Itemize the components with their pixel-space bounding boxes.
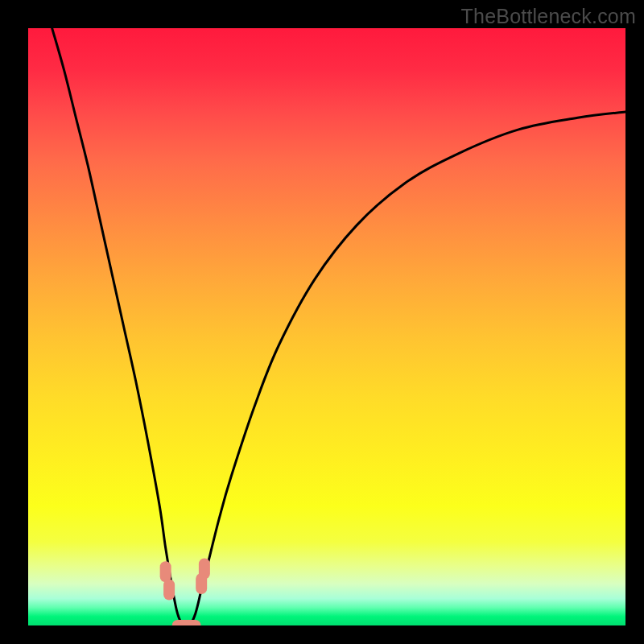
marker-bottom — [172, 620, 201, 625]
bottleneck-curve-svg — [28, 28, 625, 625]
plot-area — [28, 28, 625, 625]
watermark-text: TheBottleneck.com — [461, 5, 636, 28]
marker-left-lower — [163, 579, 175, 600]
bottleneck-curve — [52, 28, 625, 625]
marker-left-upper — [160, 561, 171, 582]
chart-frame: TheBottleneck.com — [0, 0, 644, 644]
marker-right-lower — [196, 573, 207, 594]
markers-group — [160, 559, 210, 625]
